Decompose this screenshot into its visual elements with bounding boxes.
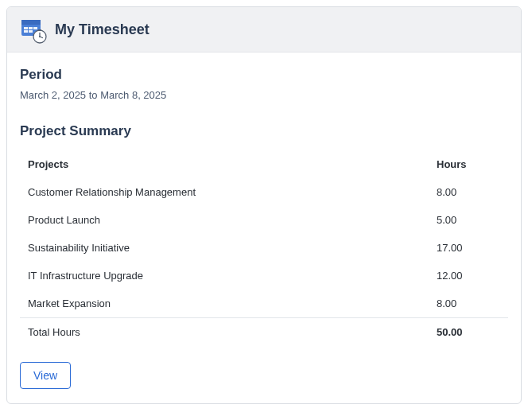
project-name: Market Expansion bbox=[20, 290, 429, 318]
table-row: Sustainability Initiative 17.00 bbox=[20, 234, 508, 262]
column-header-projects: Projects bbox=[20, 150, 429, 178]
table-header-row: Projects Hours bbox=[20, 150, 508, 178]
timesheet-icon bbox=[20, 17, 45, 42]
project-hours: 5.00 bbox=[429, 206, 508, 234]
project-name: Sustainability Initiative bbox=[20, 234, 429, 262]
timesheet-card: My Timesheet Period March 2, 2025 to Mar… bbox=[6, 6, 522, 404]
card-title: My Timesheet bbox=[55, 21, 149, 38]
table-row: Product Launch 5.00 bbox=[20, 206, 508, 234]
project-name: Product Launch bbox=[20, 206, 429, 234]
view-button[interactable]: View bbox=[20, 362, 71, 389]
column-header-hours: Hours bbox=[429, 150, 508, 178]
total-row: Total Hours 50.00 bbox=[20, 318, 508, 347]
project-name: Customer Relationship Management bbox=[20, 178, 429, 206]
project-hours: 17.00 bbox=[429, 234, 508, 262]
project-summary-table: Projects Hours Customer Relationship Man… bbox=[20, 150, 508, 346]
svg-rect-2 bbox=[24, 27, 28, 29]
total-label: Total Hours bbox=[20, 318, 429, 347]
period-value: March 2, 2025 to March 8, 2025 bbox=[20, 89, 508, 101]
card-body: Period March 2, 2025 to March 8, 2025 Pr… bbox=[7, 52, 521, 403]
project-name: IT Infrastructure Upgrade bbox=[20, 262, 429, 290]
card-header: My Timesheet bbox=[7, 7, 521, 52]
project-hours: 12.00 bbox=[429, 262, 508, 290]
period-label: Period bbox=[20, 67, 508, 83]
project-hours: 8.00 bbox=[429, 290, 508, 318]
table-row: IT Infrastructure Upgrade 12.00 bbox=[20, 262, 508, 290]
project-hours: 8.00 bbox=[429, 178, 508, 206]
project-summary-title: Project Summary bbox=[20, 123, 508, 139]
table-row: Customer Relationship Management 8.00 bbox=[20, 178, 508, 206]
svg-rect-11 bbox=[38, 29, 41, 31]
svg-rect-1 bbox=[21, 20, 41, 25]
svg-rect-5 bbox=[24, 30, 28, 33]
total-hours: 50.00 bbox=[429, 318, 508, 347]
table-row: Market Expansion 8.00 bbox=[20, 290, 508, 318]
